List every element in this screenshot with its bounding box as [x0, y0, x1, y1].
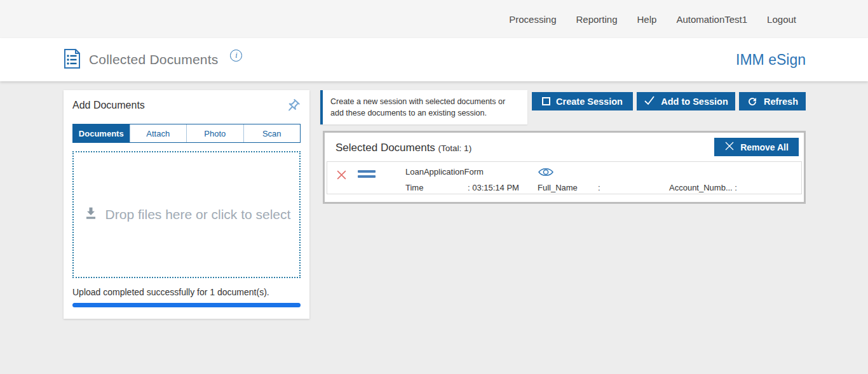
- add-documents-tabs: Documents Attach Photo Scan: [72, 124, 301, 143]
- selected-documents-total: (Total: 1): [438, 144, 472, 153]
- full-name-label: Full_Name: [538, 183, 578, 192]
- nav-processing[interactable]: Processing: [509, 14, 556, 25]
- pin-icon[interactable]: [285, 98, 301, 116]
- app-brand: IMM eSign: [736, 51, 806, 69]
- delete-document-icon[interactable]: [336, 170, 347, 183]
- top-navigation: Processing Reporting Help AutomationTest…: [0, 0, 868, 38]
- nav-help[interactable]: Help: [637, 14, 657, 25]
- remove-all-label: Remove All: [740, 142, 789, 152]
- file-dropzone[interactable]: Drop files here or click to select: [72, 151, 301, 278]
- selected-documents-panel: Selected Documents (Total: 1) Remove All…: [323, 131, 806, 204]
- refresh-icon: [747, 96, 758, 109]
- refresh-button[interactable]: Refresh: [739, 92, 806, 110]
- add-documents-title: Add Documents: [72, 98, 145, 111]
- info-icon[interactable]: i: [230, 50, 242, 62]
- page-header: Collected Documents i IMM eSign: [0, 38, 868, 81]
- tab-documents[interactable]: Documents: [73, 124, 130, 142]
- drag-handle-icon[interactable]: [358, 170, 376, 180]
- add-documents-panel: Add Documents Documents Attach Photo Sca…: [64, 90, 309, 319]
- session-hint-box: Create a new session with selected docum…: [320, 90, 527, 124]
- refresh-label: Refresh: [764, 97, 798, 107]
- checkmark-icon: [644, 95, 655, 107]
- document-name: LoanApplicationForm: [405, 167, 484, 177]
- nav-reporting[interactable]: Reporting: [576, 14, 617, 25]
- tab-scan[interactable]: Scan: [243, 124, 301, 142]
- page-title: Collected Documents: [89, 52, 218, 67]
- session-hint-text: Create a new session with selected docum…: [330, 96, 520, 119]
- add-to-session-button[interactable]: Add to Session: [637, 92, 735, 110]
- collected-documents-icon: [64, 48, 81, 72]
- create-session-label: Create Session: [556, 97, 623, 107]
- upload-progress-bar: [72, 303, 301, 307]
- tab-photo[interactable]: Photo: [186, 124, 243, 142]
- tab-attach[interactable]: Attach: [130, 124, 187, 142]
- account-number-label: Account_Numb... :: [669, 183, 737, 192]
- x-icon: [724, 141, 735, 153]
- selected-documents-title: Selected Documents (Total: 1): [336, 142, 471, 154]
- add-to-session-label: Add to Session: [661, 97, 728, 107]
- time-label: Time: [405, 183, 423, 192]
- remove-all-button[interactable]: Remove All: [714, 138, 799, 156]
- document-row: LoanApplicationForm Time : 03:15:14 PM F…: [327, 161, 802, 194]
- dropzone-label: Drop files here or click to select: [105, 207, 291, 222]
- square-icon: [542, 97, 550, 105]
- download-icon: [83, 205, 99, 224]
- nav-user-menu[interactable]: AutomationTest1: [676, 14, 747, 25]
- create-session-button[interactable]: Create Session: [532, 92, 633, 110]
- nav-logout[interactable]: Logout: [767, 14, 796, 25]
- upload-status-text: Upload completed successfully for 1 docu…: [72, 287, 301, 297]
- preview-eye-icon[interactable]: [538, 166, 554, 181]
- time-value: : 03:15:14 PM: [468, 183, 519, 192]
- full-name-value: :: [598, 183, 600, 192]
- main-content: Add Documents Documents Attach Photo Sca…: [0, 81, 868, 374]
